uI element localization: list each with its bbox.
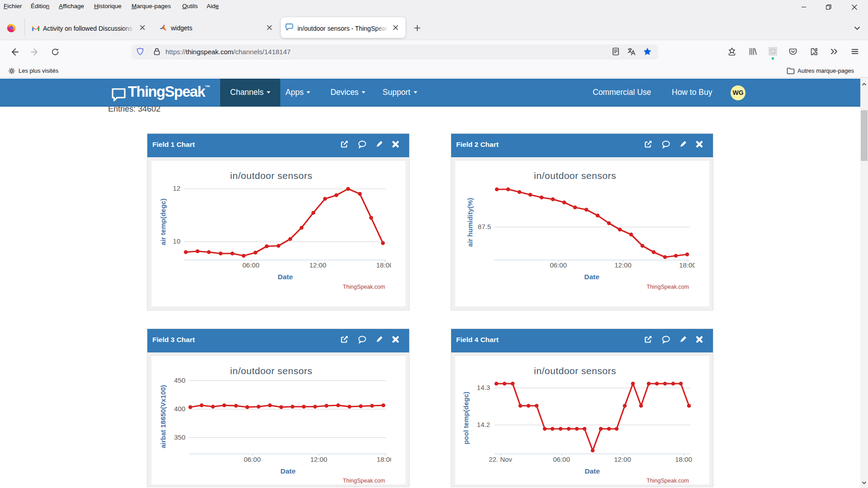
svg-text:12:00: 12:00 <box>310 455 327 463</box>
svg-text:87.5: 87.5 <box>478 223 491 230</box>
svg-text:in/outdoor sensors: in/outdoor sensors <box>230 366 312 376</box>
svg-text:14.2: 14.2 <box>477 421 490 428</box>
svg-text:12:00: 12:00 <box>309 261 326 269</box>
svg-text:ThingSpeak.com: ThingSpeak.com <box>646 478 689 484</box>
svg-text:ThingSpeak.com: ThingSpeak.com <box>646 284 689 290</box>
svg-text:12:00: 12:00 <box>614 261 632 269</box>
svg-text:ThingSpeak.com: ThingSpeak.com <box>343 478 385 484</box>
svg-text:10: 10 <box>173 237 180 245</box>
svg-text:airbat 18650(Vx100): airbat 18650(Vx100) <box>159 385 167 448</box>
svg-text:in/outdoor sensors: in/outdoor sensors <box>534 170 616 181</box>
svg-text:450: 450 <box>174 376 185 384</box>
svg-text:22. Nov: 22. Nov <box>489 455 512 463</box>
svg-text:06:00: 06:00 <box>550 261 567 269</box>
svg-text:Date: Date <box>584 273 599 281</box>
svg-text:14.3: 14.3 <box>477 384 490 391</box>
svg-text:pool temp(degc): pool temp(degc) <box>462 392 470 445</box>
svg-text:06:00: 06:00 <box>244 455 261 463</box>
svg-text:18:00: 18:00 <box>377 455 391 463</box>
svg-text:Date: Date <box>278 273 293 281</box>
svg-text:Date: Date <box>280 467 296 475</box>
svg-text:in/outdoor sensors: in/outdoor sensors <box>230 170 312 181</box>
svg-text:in/outdoor sensors: in/outdoor sensors <box>534 366 616 376</box>
svg-text:12:00: 12:00 <box>614 455 631 463</box>
svg-text:Date: Date <box>585 467 600 475</box>
svg-text:400: 400 <box>174 405 185 413</box>
svg-text:06:00: 06:00 <box>553 455 570 463</box>
svg-text:12: 12 <box>173 184 180 192</box>
svg-text:06:00: 06:00 <box>242 261 259 269</box>
svg-text:air temp(degc): air temp(degc) <box>159 198 167 245</box>
svg-text:air humidity(%): air humidity(%) <box>466 198 474 247</box>
svg-text:18:00: 18:00 <box>675 455 692 463</box>
svg-text:350: 350 <box>174 433 185 441</box>
svg-text:18:00: 18:00 <box>376 261 391 269</box>
svg-text:ThingSpeak.com: ThingSpeak.com <box>343 284 385 290</box>
svg-text:18:00: 18:00 <box>679 261 695 269</box>
